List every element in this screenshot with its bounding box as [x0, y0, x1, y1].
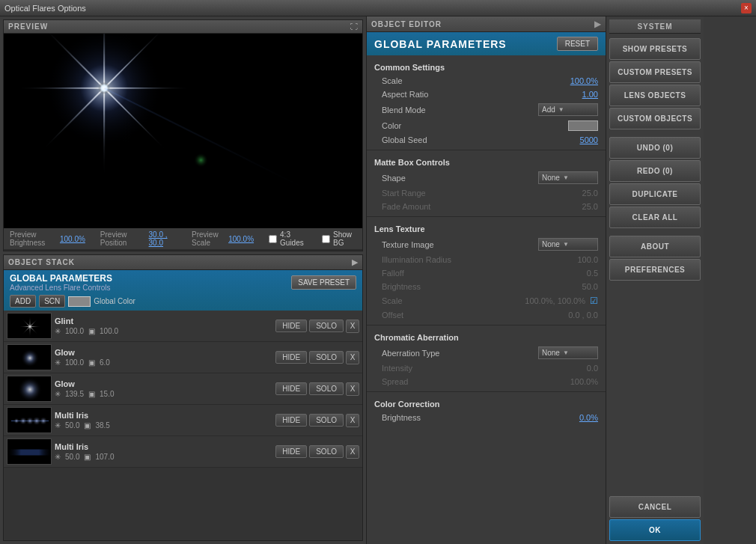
startrange-label: Start Range: [382, 189, 578, 198]
brightness-value[interactable]: 100.0%: [60, 235, 85, 243]
clear-all-button[interactable]: CLEAR ALL: [609, 207, 701, 228]
divider-3: [367, 325, 606, 326]
item-thumb-3: [7, 407, 52, 433]
delete-button-0[interactable]: X: [346, 320, 359, 333]
save-preset-button[interactable]: SAVE PRESET: [291, 275, 356, 290]
showbg-checkbox[interactable]: Show BG: [322, 230, 356, 247]
seed-value[interactable]: 5000: [580, 135, 598, 144]
global-params-banner: GLOBAL PARAMETERS RESET: [367, 32, 606, 55]
guides-checkbox[interactable]: 4:3 Guides: [269, 230, 307, 247]
gp-banner-title: GLOBAL PARAMETERS: [374, 38, 507, 50]
duplicate-button[interactable]: DUPLICATE: [609, 183, 701, 205]
brightness-label: Preview Brightness: [10, 230, 55, 247]
preferences-button[interactable]: PREFERENCES: [609, 259, 701, 281]
delete-button-3[interactable]: X: [346, 414, 359, 427]
delete-button-4[interactable]: X: [346, 445, 359, 459]
preview-expand-icon[interactable]: ⛶: [350, 22, 358, 31]
custom-objects-button[interactable]: CUSTOM OBJECTS: [609, 108, 701, 129]
about-button[interactable]: ABOUT: [609, 236, 701, 257]
add-button[interactable]: ADD: [10, 295, 36, 308]
scale-value[interactable]: 100.0%: [228, 235, 254, 243]
hide-button-0[interactable]: HIDE: [275, 320, 307, 332]
list-item[interactable]: Glint ✳ 100.0 ▣ 100.0 HIDE SOLO X: [4, 311, 362, 342]
scale-value[interactable]: 100.0%: [570, 76, 598, 85]
item-sq-val-3: 38.5: [95, 421, 109, 430]
item-sq-val-1: 6.0: [100, 358, 110, 367]
stack-expand-icon[interactable]: ▶: [352, 257, 358, 267]
delete-button-2[interactable]: X: [346, 382, 359, 396]
offset-value: 0.0 , 0.0: [568, 311, 598, 320]
shape-dropdown[interactable]: None ▼: [538, 171, 598, 184]
position-value[interactable]: 30.0 , 30.0: [149, 230, 177, 247]
list-item[interactable]: Glow ✳ 100.0 ▣ 6.0 HIDE SOLO X: [4, 342, 362, 373]
divider-2: [367, 216, 606, 217]
shape-row: Shape None ▼: [367, 169, 606, 186]
hide-button-4[interactable]: HIDE: [275, 445, 307, 458]
object-list: Glint ✳ 100.0 ▣ 100.0 HIDE SOLO X: [4, 311, 362, 540]
solo-button-4[interactable]: SOLO: [309, 445, 344, 458]
hide-button-2[interactable]: HIDE: [275, 382, 307, 395]
reset-button[interactable]: RESET: [557, 37, 598, 51]
show-presets-button[interactable]: SHOW PRESETS: [609, 38, 701, 60]
aberration-dropdown[interactable]: None ▼: [538, 346, 598, 359]
texture-dropdown[interactable]: None ▼: [538, 238, 598, 251]
global-color-swatch[interactable]: [68, 296, 91, 307]
lens-objects-button[interactable]: LENS OBJECTS: [609, 85, 701, 106]
guides-input[interactable]: [269, 235, 277, 243]
aspect-value[interactable]: 1.00: [582, 90, 598, 99]
showbg-input[interactable]: [322, 235, 330, 243]
scale-item: Preview Scale 100.0%: [192, 230, 254, 247]
list-item[interactable]: Multi Iris ✳ 50.0 ▣ 107.0 HIDE SOLO X: [4, 436, 362, 468]
cancel-button[interactable]: CANCEL: [609, 496, 701, 518]
hide-button-1[interactable]: HIDE: [275, 351, 307, 364]
hide-button-3[interactable]: HIDE: [275, 414, 307, 427]
spacer-1: [609, 131, 701, 135]
item-info-0: Glint ✳ 100.0 ▣ 100.0: [55, 317, 272, 335]
spread-row: Spread 100.0%: [367, 375, 606, 388]
list-item[interactable]: Multi Iris ✳ 50.0 ▣ 38.5 HIDE SOLO X: [4, 405, 362, 436]
scale-lock-icon[interactable]: ☑: [590, 296, 598, 306]
cc-brightness-value[interactable]: 0.0%: [579, 413, 598, 422]
scale-label: Preview Scale: [192, 230, 224, 247]
lt-brightness-label: Brightness: [382, 282, 578, 291]
editor-expand-icon[interactable]: ▶: [594, 19, 601, 29]
blend-arrow-icon: ▼: [558, 106, 564, 113]
color-swatch[interactable]: [568, 120, 598, 131]
delete-button-1[interactable]: X: [346, 351, 359, 364]
shape-label: Shape: [382, 174, 534, 183]
item-name-1: Glow: [55, 348, 272, 357]
lt-scale-row: Scale 100.0%, 100.0% ☑: [367, 293, 606, 308]
solo-button-2[interactable]: SOLO: [309, 382, 344, 395]
ok-button[interactable]: OK: [609, 519, 701, 541]
list-item[interactable]: Glow ✳ 139.5 ▣ 15.0 HIDE SOLO X: [4, 373, 362, 405]
preview-canvas[interactable]: [4, 34, 362, 228]
scn-button[interactable]: SCN: [39, 295, 65, 308]
blend-dropdown[interactable]: Add ▼: [538, 103, 598, 116]
spread-label: Spread: [382, 377, 566, 386]
item-values-4: ✳ 50.0 ▣ 107.0: [55, 453, 272, 461]
middle-panel: OBJECT EDITOR ▶ GLOBAL PARAMETERS RESET …: [367, 16, 606, 544]
redo-button[interactable]: REDO (0): [609, 160, 701, 182]
custom-presets-button[interactable]: CUSTOM PRESETS: [609, 61, 701, 83]
offset-label: Offset: [382, 311, 564, 320]
color-label: Color: [382, 121, 564, 130]
item-name-3: Multi Iris: [55, 411, 272, 420]
solo-button-0[interactable]: SOLO: [309, 320, 344, 332]
left-panel: PREVIEW ⛶ Preview Brightness 100.0% Prev…: [0, 16, 367, 544]
position-item: Preview Position 30.0 , 30.0: [100, 230, 177, 247]
intensity-label: Intensity: [382, 364, 582, 373]
solo-button-3[interactable]: SOLO: [309, 414, 344, 427]
color-row: Color: [367, 118, 606, 133]
illum-label: Illumination Radius: [382, 255, 573, 264]
main-container: PREVIEW ⛶ Preview Brightness 100.0% Prev…: [0, 16, 756, 544]
item-thumb-1: [7, 344, 52, 370]
close-button[interactable]: ×: [741, 3, 752, 13]
undo-button[interactable]: UNDO (0): [609, 137, 701, 159]
showbg-label: Show BG: [333, 230, 356, 247]
illum-value: 100.0: [577, 255, 598, 264]
solo-button-1[interactable]: SOLO: [309, 351, 344, 364]
right-panel: SYSTEM SHOW PRESETS CUSTOM PRESETS LENS …: [606, 16, 704, 544]
gp-title: GLOBAL PARAMETERS: [10, 273, 112, 284]
blend-row: Blend Mode Add ▼: [367, 101, 606, 118]
cc-brightness-row: Brightness 0.0%: [367, 411, 606, 424]
